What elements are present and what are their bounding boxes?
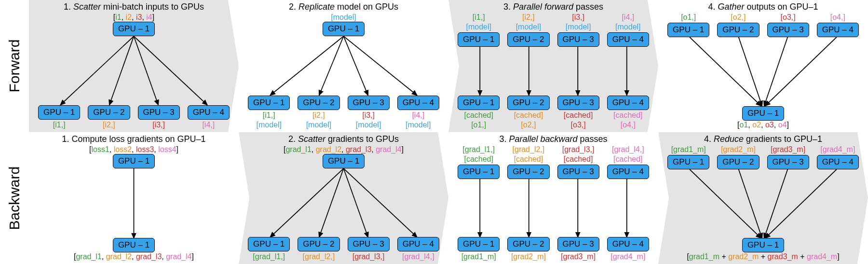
t: passes	[573, 2, 603, 12]
lbl: [grad_l4,]	[402, 252, 434, 261]
gpu-4: GPU – 4	[607, 165, 649, 179]
rows: 1. Scatter mini-batch inputs to GPUs [i1…	[29, 0, 868, 264]
lbl: [cached]	[514, 155, 543, 164]
t: outputs on GPU–1	[744, 2, 818, 12]
label-backward: Backward	[0, 132, 29, 264]
svg-line-3	[134, 36, 207, 105]
bot-block: GPU – 1[i1,][model] GPU – 2[i2,][model] …	[242, 96, 446, 129]
svg-line-1	[109, 36, 134, 105]
fwd-panel-4: 4. Gather outputs on GPU–1 [o1,]GPU – 1 …	[658, 0, 868, 132]
forward-row: 1. Scatter mini-batch inputs to GPUs [i1…	[29, 0, 868, 132]
gpu-3: GPU – 3	[557, 237, 599, 251]
lbl: [i2,]	[522, 13, 535, 22]
lbl: [model]	[356, 121, 381, 129]
inputs-label: [i1, i2, i3, i4]	[113, 13, 154, 22]
svg-line-2	[134, 36, 159, 105]
gpu-row-bot: GPU – 1[cached][o1,] GPU – 2[cached][o2,…	[458, 96, 649, 129]
lbl: [cached]	[514, 111, 543, 120]
row-labels: Forward Backward	[0, 0, 29, 264]
gpu-2: GPU – 2	[507, 237, 549, 251]
gpu-row-top: [o1,]GPU – 1 [o2,]GPU – 2 [o3,]GPU – 3 […	[667, 13, 859, 37]
grad-label: [grad_l1, grad_l2, grad_l3, grad_l4]	[74, 252, 194, 261]
gpu-row: GPU – 1[i1,][model] GPU – 2[i2,][model] …	[248, 96, 439, 129]
svg-line-14	[764, 37, 788, 106]
svg-line-13	[739, 37, 762, 106]
bwd-panel-1: 1. Compute loss gradients on GPU–1 [loss…	[29, 132, 239, 264]
gpu-1: GPU – 1	[667, 23, 709, 37]
lbl: [o4,]	[830, 13, 845, 22]
lbl: [grad2_m]	[721, 145, 756, 154]
arrows	[32, 168, 236, 238]
gpu-row-bot: GPU – 1[grad1_m] GPU – 2[grad2_m] GPU – …	[458, 237, 649, 261]
svg-line-12	[690, 37, 761, 106]
t: Scatter	[73, 2, 101, 12]
t: Reduce	[714, 134, 744, 144]
bot-block: GPU – 1[grad1_m] GPU – 2[grad2_m] GPU – …	[451, 237, 655, 261]
t: gradients to GPUs	[326, 134, 399, 144]
lbl: [i2,]	[312, 111, 325, 120]
panel-title: 1. Scatter mini-batch inputs to GPUs	[64, 2, 204, 12]
lbl: [grad_l1,]	[253, 252, 285, 261]
backward-row: 1. Compute loss gradients on GPU–1 [loss…	[29, 132, 868, 264]
bwd-panel-3: 3. Parallel backward passes [grad_l1,][c…	[448, 132, 658, 264]
panel-title: 3. Parallel backward passes	[499, 134, 607, 144]
fwd-panel-2: 2. Replicate model on GPUs [model] GPU –…	[239, 0, 448, 132]
svg-line-25	[690, 169, 761, 238]
lbl: [grad1_m]	[461, 252, 496, 261]
lbl: [model]	[406, 121, 431, 129]
svg-line-18	[319, 168, 344, 237]
arrows	[451, 179, 655, 237]
arrows	[242, 168, 446, 237]
lbl: [i2,]	[103, 121, 115, 129]
gpu-2: GPU – 2	[88, 105, 130, 120]
gpu-1: GPU – 1	[458, 96, 500, 110]
gpu-1: GPU – 1	[248, 237, 290, 251]
top-block: [model] GPU – 1	[242, 13, 446, 36]
gpu-1: GPU – 1	[742, 238, 784, 252]
fwd-panel-3: 3. Parallel forward passes [i1,][model]G…	[448, 0, 658, 132]
lbl: [i4,]	[622, 13, 634, 22]
lbl: [cached]	[564, 111, 593, 120]
gpu-1: GPU – 1	[458, 32, 500, 47]
lbl: [i3,]	[362, 111, 375, 120]
lbl: [grad_l2,]	[513, 145, 545, 154]
gpu-3: GPU – 3	[767, 23, 809, 37]
svg-line-20	[344, 168, 417, 237]
bot-block: GPU – 1[cached][o1,] GPU – 2[cached][o2,…	[451, 96, 655, 129]
gpu-1: GPU – 1	[113, 22, 155, 36]
model-label: [model]	[331, 13, 356, 22]
t: 4.	[704, 134, 714, 144]
gpu-4: GPU – 4	[607, 32, 649, 47]
t: 2.	[288, 134, 298, 144]
bot-block: GPU – 1 [grad_l1, grad_l2, grad_l3, grad…	[32, 238, 236, 261]
gpu-4: GPU – 4	[817, 155, 859, 169]
arrows	[32, 36, 236, 105]
fwd-panel-1: 1. Scatter mini-batch inputs to GPUs [i1…	[29, 0, 239, 132]
gpu-2: GPU – 2	[507, 165, 549, 179]
gpu-1: GPU – 1	[323, 154, 365, 168]
top-block: [grad1_m]GPU – 1 [grad2_m]GPU – 2 [grad3…	[661, 145, 865, 169]
gpu-row: GPU – 1[i1,] GPU – 2[i2,] GPU – 3[i3,] G…	[38, 105, 230, 129]
gpu-2: GPU – 2	[298, 96, 339, 110]
lbl: [o4,]	[621, 121, 636, 129]
lbl: [o2,]	[521, 121, 536, 129]
lbl: [i4,]	[202, 121, 215, 129]
gpu-row-top: [grad1_m]GPU – 1 [grad2_m]GPU – 2 [grad3…	[667, 145, 859, 169]
top-block: [loss1, loss2, loss3, loss4] GPU – 1	[32, 145, 236, 168]
svg-line-4	[270, 36, 343, 96]
lbl: [grad4_m]	[820, 145, 855, 154]
panel-title: 4. Reduce gradients to GPU–1	[704, 134, 822, 144]
lbl: [cached]	[564, 155, 593, 164]
svg-line-26	[739, 169, 762, 238]
gpu-1: GPU – 1	[38, 105, 80, 120]
gpu-1: GPU – 1	[323, 22, 365, 36]
label-forward: Forward	[0, 0, 29, 132]
bot-block: GPU – 1 [grad1_m + grad2_m + grad3_m + g…	[661, 238, 865, 261]
t: Scatter	[298, 134, 326, 144]
outputs-label: [o1, o2, o3, o4]	[737, 121, 789, 129]
gpu-row-top: [grad_l1,][cached]GPU – 1 [grad_l2,][cac…	[458, 145, 649, 179]
gpu-3: GPU – 3	[138, 105, 180, 120]
top-block: [grad_l1,][cached]GPU – 1 [grad_l2,][cac…	[451, 145, 655, 179]
arrows	[451, 47, 655, 96]
lbl: [i1,]	[473, 13, 485, 22]
